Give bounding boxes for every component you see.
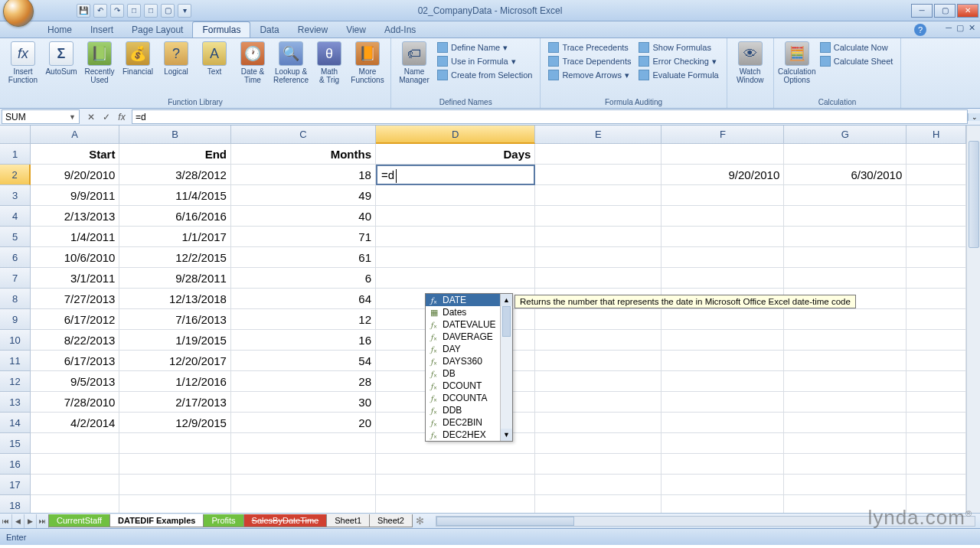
cell[interactable] bbox=[906, 330, 966, 351]
cell[interactable] bbox=[376, 247, 535, 268]
row-header[interactable]: 2 bbox=[0, 165, 31, 185]
cell[interactable]: 9/20/2010 bbox=[31, 165, 119, 185]
tab-insert[interactable]: Insert bbox=[81, 22, 122, 38]
cell[interactable] bbox=[906, 206, 966, 227]
cell[interactable]: 30 bbox=[231, 392, 376, 413]
cell[interactable]: 7/27/2013 bbox=[31, 289, 119, 309]
cell[interactable]: 6/17/2012 bbox=[31, 309, 119, 330]
define-name-button[interactable]: Define Name ▾ bbox=[434, 41, 535, 54]
cell[interactable]: End bbox=[119, 144, 231, 165]
cell[interactable]: 2/13/2013 bbox=[31, 206, 119, 227]
cell[interactable] bbox=[906, 268, 966, 289]
cell[interactable] bbox=[906, 433, 966, 454]
row-header[interactable]: 13 bbox=[0, 392, 31, 413]
cell[interactable] bbox=[662, 247, 784, 268]
cell[interactable] bbox=[535, 454, 662, 475]
row-header[interactable]: 10 bbox=[0, 330, 31, 351]
row-header[interactable]: 16 bbox=[0, 454, 31, 475]
cell[interactable]: 28 bbox=[231, 371, 376, 392]
chevron-down-icon[interactable]: ▼ bbox=[69, 113, 76, 121]
trace-dependents-button[interactable]: Trace Dependents bbox=[545, 55, 634, 67]
cell[interactable]: 1/1/2017 bbox=[119, 227, 231, 247]
cell[interactable]: 6/16/2016 bbox=[119, 206, 231, 227]
select-all-button[interactable] bbox=[0, 126, 31, 144]
cell[interactable] bbox=[535, 227, 662, 247]
cell[interactable] bbox=[662, 330, 784, 351]
cell[interactable] bbox=[119, 433, 231, 454]
cell[interactable] bbox=[662, 475, 784, 495]
column-header[interactable]: D bbox=[376, 126, 536, 144]
cell[interactable] bbox=[906, 289, 966, 309]
cell[interactable] bbox=[906, 144, 966, 165]
tab-formulas[interactable]: Formulas bbox=[192, 21, 250, 38]
show-formulas-button[interactable]: Show Formulas bbox=[635, 41, 721, 54]
cell[interactable]: Months bbox=[231, 144, 376, 165]
expand-formula-bar-icon[interactable]: ⌄ bbox=[968, 113, 980, 121]
row-header[interactable]: 4 bbox=[0, 206, 31, 227]
row-header[interactable]: 6 bbox=[0, 247, 31, 268]
column-header[interactable]: E bbox=[535, 126, 662, 144]
cell[interactable]: 12/20/2017 bbox=[119, 351, 231, 371]
more-functions-button[interactable]: 📙More Functions bbox=[349, 40, 386, 86]
row-header[interactable]: 17 bbox=[0, 475, 31, 495]
cell[interactable]: 54 bbox=[231, 351, 376, 371]
cell[interactable]: 7/16/2013 bbox=[119, 309, 231, 330]
cell[interactable] bbox=[662, 495, 784, 513]
cell[interactable] bbox=[662, 454, 784, 475]
cell[interactable] bbox=[31, 475, 119, 495]
cell[interactable] bbox=[784, 351, 906, 371]
cell[interactable]: 9/28/2011 bbox=[119, 268, 231, 289]
cell[interactable] bbox=[906, 165, 966, 185]
cell[interactable]: 40 bbox=[231, 206, 376, 227]
sheet-tab[interactable]: SalesByDateTime bbox=[243, 514, 328, 527]
cell[interactable]: Days bbox=[376, 144, 535, 165]
cell[interactable] bbox=[535, 413, 662, 433]
cell[interactable]: 4/2/2014 bbox=[31, 413, 119, 433]
qat-customize-icon[interactable]: ▾ bbox=[178, 4, 191, 18]
row-header[interactable]: 1 bbox=[0, 144, 31, 165]
new-sheet-button[interactable]: ✻ bbox=[416, 515, 431, 527]
cell[interactable]: 3/28/2012 bbox=[119, 165, 230, 185]
name-manager-button[interactable]: 🏷Name Manager bbox=[396, 40, 433, 86]
cell[interactable] bbox=[906, 413, 966, 433]
row-header[interactable]: 12 bbox=[0, 371, 31, 392]
cell[interactable]: Start bbox=[31, 144, 119, 165]
cell[interactable]: 20 bbox=[231, 413, 376, 433]
tab-review[interactable]: Review bbox=[289, 22, 337, 38]
cell[interactable] bbox=[535, 495, 662, 513]
cell[interactable]: 12/2/2015 bbox=[119, 247, 231, 268]
cell[interactable] bbox=[376, 495, 535, 513]
sheet-tab[interactable]: Sheet2 bbox=[369, 514, 413, 527]
name-box[interactable]: SUM▼ bbox=[2, 109, 80, 124]
cell[interactable] bbox=[231, 433, 376, 454]
restore-workbook-icon[interactable]: ▢ bbox=[956, 23, 964, 33]
cell[interactable]: 12/9/2015 bbox=[119, 413, 231, 433]
cell[interactable] bbox=[376, 227, 535, 247]
cell[interactable]: 71 bbox=[231, 227, 376, 247]
scrollbar-thumb[interactable] bbox=[436, 517, 574, 526]
formula-autocomplete-dropdown[interactable]: 𝑓ₓDATE▦Dates𝑓ₓDATEVALUE𝑓ₓDAVERAGE𝑓ₓDAY𝑓ₓ… bbox=[425, 293, 513, 442]
cell[interactable]: 16 bbox=[231, 330, 376, 351]
qat-btn[interactable]: ▢ bbox=[161, 4, 175, 18]
cell[interactable]: 6 bbox=[231, 268, 376, 289]
column-header[interactable]: A bbox=[31, 126, 119, 144]
logical-button[interactable]: ?Logical bbox=[158, 40, 194, 77]
cell[interactable] bbox=[784, 330, 906, 351]
maximize-button[interactable]: ▢ bbox=[934, 4, 956, 18]
enter-formula-button[interactable]: ✓ bbox=[100, 110, 113, 124]
cell[interactable] bbox=[376, 206, 535, 227]
cell[interactable]: 61 bbox=[231, 247, 376, 268]
cell[interactable]: 12 bbox=[231, 309, 376, 330]
cell[interactable] bbox=[662, 371, 784, 392]
cancel-formula-button[interactable]: ✕ bbox=[84, 110, 98, 124]
use-in-formula-button[interactable]: Use in Formula ▾ bbox=[434, 55, 535, 67]
cell[interactable] bbox=[535, 351, 662, 371]
cell[interactable] bbox=[662, 433, 784, 454]
last-sheet-button[interactable]: ⏭ bbox=[37, 514, 49, 528]
watch-window-button[interactable]: 👁Watch Window bbox=[732, 40, 769, 86]
redo-icon[interactable]: ↷ bbox=[110, 4, 124, 18]
column-header[interactable]: C bbox=[231, 126, 376, 144]
cell[interactable]: 1/12/2016 bbox=[119, 371, 231, 392]
column-header[interactable]: B bbox=[119, 126, 230, 144]
tab-home[interactable]: Home bbox=[38, 22, 81, 38]
